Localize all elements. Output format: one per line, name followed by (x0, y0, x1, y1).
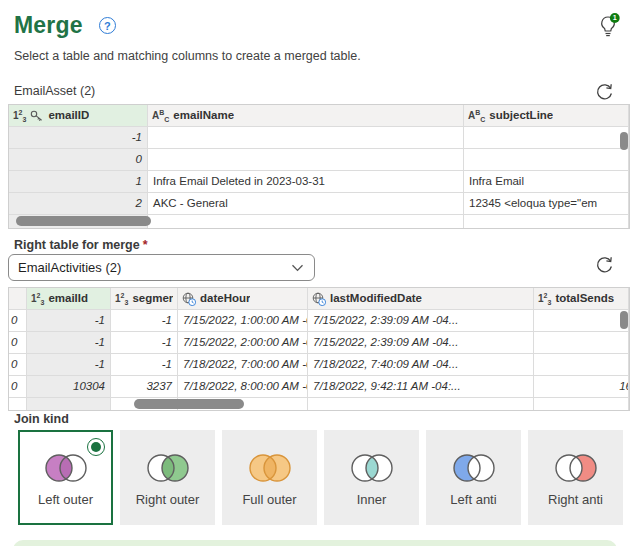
scroll-track-cell (9, 398, 27, 410)
join-kind-card-label: Right anti (541, 492, 611, 508)
table-cell[interactable]: 7/15/2022, 2:39:09 AM -04... (308, 310, 534, 332)
table-cell[interactable]: -1 (111, 354, 178, 376)
abc-type-icon: ABC (152, 105, 169, 127)
vertical-scrollbar-thumb[interactable] (620, 132, 628, 150)
join-kind-label: Join kind (14, 412, 69, 426)
table-cell[interactable]: Infra Email Deleted in 2023-03-31 (148, 171, 464, 193)
table-cell[interactable]: 7/15/2022, 1:00:00 AM -04:... (178, 310, 308, 332)
venn-diagram-icon (451, 453, 497, 483)
left-table: 123emailIDABCemailNameABCsubjectLine-101… (8, 104, 630, 229)
join-kind-card-inner[interactable]: Inner (324, 430, 419, 525)
join-kind-card-label: Left outer (31, 492, 101, 508)
table-cell[interactable]: 0 (9, 376, 27, 398)
table-cell[interactable]: 7/15/2022, 2:00:00 AM -04... (178, 332, 308, 354)
table-cell[interactable] (464, 149, 629, 171)
table-cell[interactable]: 16 (534, 376, 629, 398)
help-icon[interactable]: ? (99, 17, 116, 34)
table-cell[interactable] (464, 127, 629, 149)
right-table-dropdown[interactable]: EmailActivities (2) (8, 254, 315, 281)
lightbulb-icon: 1 (598, 13, 622, 39)
table-cell[interactable] (534, 310, 629, 332)
table-cell[interactable]: 0 (9, 310, 27, 332)
join-kind-card-full-outer[interactable]: Full outer (222, 430, 317, 525)
table-cell[interactable]: -1 (111, 332, 178, 354)
refresh-right-table-button[interactable] (595, 255, 615, 275)
info-banner (13, 540, 617, 546)
refresh-icon (595, 82, 615, 102)
table-cell[interactable]: 7/15/2022, 2:39:09 AM -04... (308, 332, 534, 354)
table-cell[interactable]: AKC - General (148, 193, 464, 215)
table-row: -1 (9, 127, 629, 149)
123-type-icon: 123 (115, 288, 128, 310)
horizontal-scrollbar-thumb[interactable] (134, 399, 244, 409)
column-header-subjectLine[interactable]: ABCsubjectLine (464, 105, 629, 127)
venn-diagram-icon (43, 453, 89, 483)
table-cell[interactable] (534, 332, 629, 354)
globe-clock-icon (312, 292, 326, 306)
table-row: 01030432377/18/2022, 8:00:00 AM -04...7/… (9, 376, 629, 398)
column-header-blank[interactable] (9, 288, 27, 310)
join-kind-card-right-anti[interactable]: Right anti (528, 430, 623, 525)
join-kind-options: Left outerRight outerFull outerInnerLeft… (18, 430, 623, 525)
required-marker: * (143, 238, 148, 252)
table-cell[interactable] (148, 149, 464, 171)
join-kind-card-left-outer[interactable]: Left outer (18, 430, 113, 525)
refresh-icon (595, 255, 615, 275)
table-cell[interactable]: 0 (9, 149, 148, 171)
table-cell[interactable]: -1 (27, 354, 111, 376)
table-cell[interactable] (148, 127, 464, 149)
table-cell[interactable]: 3237 (111, 376, 178, 398)
refresh-left-table-button[interactable] (595, 82, 615, 102)
horizontal-scrollbar-thumb[interactable] (16, 216, 151, 226)
scroll-track-cell (148, 215, 464, 228)
column-header-segmentId[interactable]: 123segmentId (111, 288, 178, 310)
join-kind-card-left-anti[interactable]: Left anti (426, 430, 521, 525)
column-header-emailID[interactable]: 123emailID (9, 105, 148, 127)
vertical-scrollbar-thumb[interactable] (620, 311, 628, 329)
table-cell[interactable]: 12345 <eloqua type="em (464, 193, 629, 215)
table-cell[interactable]: -1 (27, 332, 111, 354)
column-header-emailName[interactable]: ABCemailName (148, 105, 464, 127)
column-header-dateHour[interactable]: dateHour (178, 288, 308, 310)
table-cell[interactable]: 7/18/2022, 8:00:00 AM -04... (178, 376, 308, 398)
table-cell[interactable]: 1 (9, 171, 148, 193)
table-cell[interactable]: 10304 (27, 376, 111, 398)
ideas-button[interactable]: 1 (598, 13, 622, 39)
page-title: Merge (14, 12, 83, 39)
ideas-badge: 1 (613, 13, 617, 22)
right-table: 123emailId123segmentIddateHourlastModifi… (8, 287, 630, 411)
table-cell[interactable]: 0 (9, 332, 27, 354)
123-type-icon: 123 (538, 288, 551, 310)
venn-diagram-icon (145, 453, 191, 483)
table-cell[interactable]: 7/18/2022, 9:42:11 AM -04:... (308, 376, 534, 398)
horizontal-scrollbar-track[interactable] (9, 398, 629, 410)
scroll-track-cell (27, 398, 111, 410)
right-table-label: Right table for merge* (14, 238, 148, 252)
table-cell[interactable]: 2 (9, 193, 148, 215)
scroll-track-cell (464, 215, 629, 228)
table-cell[interactable]: -1 (9, 127, 148, 149)
column-header-emailId[interactable]: 123emailId (27, 288, 111, 310)
table-row: 2AKC - General12345 <eloqua type="em (9, 193, 629, 215)
dropdown-value: EmailActivities (2) (18, 260, 121, 275)
table-cell[interactable]: 7/18/2022, 7:00:00 AM -04... (178, 354, 308, 376)
dialog-subtitle: Select a table and matching columns to c… (14, 49, 361, 63)
table-cell[interactable]: Infra Email (464, 171, 629, 193)
key-icon (30, 110, 44, 122)
table-header-row: 123emailId123segmentIddateHourlastModifi… (9, 288, 629, 310)
table-cell[interactable]: -1 (27, 310, 111, 332)
table-cell[interactable]: 0 (9, 354, 27, 376)
table-header-row: 123emailIDABCemailNameABCsubjectLine (9, 105, 629, 127)
selected-radio[interactable] (87, 438, 105, 456)
venn-diagram-icon (349, 453, 395, 483)
venn-diagram-icon (247, 453, 293, 483)
column-header-totalSends[interactable]: 123totalSends (534, 288, 629, 310)
join-kind-card-right-outer[interactable]: Right outer (120, 430, 215, 525)
column-header-lastModifiedDate[interactable]: lastModifiedDate (308, 288, 534, 310)
table-cell[interactable]: 7/18/2022, 7:40:09 AM -04... (308, 354, 534, 376)
table-row: 0-1-17/15/2022, 2:00:00 AM -04...7/15/20… (9, 332, 629, 354)
table-cell[interactable]: -1 (111, 310, 178, 332)
table-cell[interactable] (534, 354, 629, 376)
123-type-icon: 123 (13, 105, 26, 127)
join-kind-card-label: Full outer (235, 492, 305, 508)
